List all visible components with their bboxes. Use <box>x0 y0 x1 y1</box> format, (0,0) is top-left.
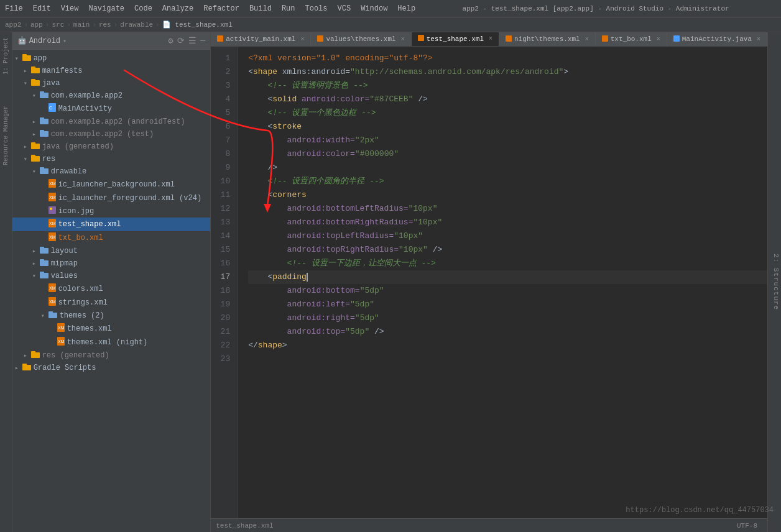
dropdown-icon[interactable]: ▾ <box>63 37 67 45</box>
tree-item[interactable]: ▾drawable <box>12 165 211 178</box>
tab-file-icon <box>317 35 323 44</box>
tree-file-icon <box>40 91 49 101</box>
tree-item[interactable]: ▾themes (2) <box>12 310 211 322</box>
tree-item[interactable]: ▸manifests <box>12 65 211 77</box>
gear-icon[interactable]: ⚙ <box>168 35 173 46</box>
breadcrumb-item-4[interactable]: res <box>99 21 111 29</box>
tab-activity-main-xml[interactable]: activity_main.xml× <box>211 32 311 46</box>
tab-mainactivity-java[interactable]: MainActivity.java× <box>667 32 767 46</box>
line-number: 16 <box>211 257 234 270</box>
sync-icon[interactable]: ⟳ <box>177 35 185 46</box>
tab-close-button[interactable]: × <box>401 36 405 43</box>
tab-label: night\themes.xml <box>514 35 580 43</box>
code-token: < <box>248 120 272 134</box>
tree-item[interactable]: XMLthemes.xml <box>12 322 211 336</box>
tab-txt-bo-xml[interactable]: txt_bo.xml× <box>596 32 667 46</box>
line-number: 10 <box>211 175 234 188</box>
tree-item[interactable]: ▸layout <box>12 245 211 257</box>
svg-point-25 <box>50 208 52 210</box>
tree-item[interactable]: XMLic_launcher_background.xml <box>12 178 211 191</box>
tree-file-icon <box>22 363 31 373</box>
tree-item[interactable]: ▸mipmap <box>12 257 211 270</box>
tree-item[interactable]: ▾values <box>12 270 211 282</box>
svg-text:XML: XML <box>49 221 56 226</box>
tree-item[interactable]: ▸Gradle Scripts <box>12 362 211 374</box>
line-number: 14 <box>211 229 234 243</box>
tab-close-button[interactable]: × <box>489 35 492 42</box>
tab-close-button[interactable]: × <box>757 36 760 43</box>
tree-item[interactable]: ▸java (generated) <box>12 140 211 153</box>
tree-item[interactable]: XMLstrings.xml <box>12 296 211 310</box>
svg-rect-1 <box>22 54 27 57</box>
tree-item[interactable]: XMLtxt_bo.xml <box>12 231 211 245</box>
code-token: android:topLeftRadius= <box>248 229 394 243</box>
tab-night-themes-xml[interactable]: night\themes.xml× <box>499 32 596 46</box>
tree-item-label: res (generated) <box>42 351 109 360</box>
menu-analyze[interactable]: Analyze <box>162 4 193 13</box>
tree-item[interactable]: ▸com.example.app2 (androidTest) <box>12 116 211 128</box>
line-number: 15 <box>211 243 234 257</box>
menu-file[interactable]: File <box>5 4 23 13</box>
tab-file-icon <box>418 35 424 43</box>
code-area[interactable]: <?xml version="1.0" encoding="utf-8"?><s… <box>238 47 767 518</box>
breadcrumb-item-0[interactable]: app2 <box>5 21 21 29</box>
svg-rect-51 <box>317 35 323 42</box>
menu-build[interactable]: Build <box>249 4 272 13</box>
code-token: android:topRightRadius= <box>248 243 399 257</box>
svg-rect-55 <box>673 35 680 42</box>
breadcrumb-item-1[interactable]: app <box>30 21 43 29</box>
tree-item[interactable]: XMLthemes.xml (night) <box>12 336 211 349</box>
line-number: 23 <box>211 352 234 366</box>
breadcrumb-item-5[interactable]: drawable <box>120 21 153 29</box>
structure-label-1[interactable]: 2: Structure <box>772 254 780 310</box>
menu-vcs[interactable]: VCS <box>338 4 351 13</box>
svg-rect-49 <box>22 364 27 366</box>
tree-item[interactable]: ▾com.example.app2 <box>12 89 211 102</box>
line-number: 12 <box>211 202 234 216</box>
minimize-icon[interactable]: — <box>200 35 205 46</box>
menu-view[interactable]: View <box>61 4 79 13</box>
project-tab-vertical[interactable]: 1: Project <box>1 35 11 77</box>
code-token: "#87CEEB" <box>369 93 413 106</box>
breadcrumb-item-2[interactable]: src <box>52 21 64 29</box>
code-token: "10px" <box>394 229 423 243</box>
tree-item[interactable]: ▾java <box>12 77 211 89</box>
tree-arrow-icon: ▾ <box>24 80 31 87</box>
tab-close-button[interactable]: × <box>300 36 304 43</box>
menu-window[interactable]: Window <box>361 4 387 13</box>
tree-item[interactable]: icon.jpg <box>12 205 211 218</box>
svg-rect-24 <box>49 206 56 214</box>
editor-area[interactable]: 1234567891011121314151617181920212223 <?… <box>211 47 767 518</box>
tree-item[interactable]: ▾app <box>12 52 211 65</box>
menu-bar[interactable]: FileEditViewNavigateCodeAnalyzeRefactorB… <box>5 4 415 13</box>
code-line: <!-- 设置一下边距，让空间大一点 --> <box>248 257 767 270</box>
svg-text:XML: XML <box>49 195 56 200</box>
menu-refactor[interactable]: Refactor <box>203 4 239 13</box>
svg-rect-31 <box>40 247 44 249</box>
tab-test-shape-xml[interactable]: test_shape.xml× <box>412 32 499 47</box>
panel-actions: ⚙ ⟳ ☰ — <box>168 35 205 46</box>
menu-tools[interactable]: Tools <box>305 4 328 13</box>
tab-values-themes-xml[interactable]: values\themes.xml× <box>311 32 411 46</box>
tree-item[interactable]: XMLcolors.xml <box>12 282 211 296</box>
tree-arrow-icon: ▸ <box>32 260 40 267</box>
settings-icon[interactable]: ☰ <box>188 35 196 46</box>
tree-item[interactable]: ▾res <box>12 153 211 165</box>
resource-manager-tab[interactable]: Resource Manager <box>1 103 11 168</box>
title-bar: FileEditViewNavigateCodeAnalyzeRefactorB… <box>0 0 781 17</box>
tab-close-button[interactable]: × <box>657 36 660 43</box>
tree-item[interactable]: CMainActivity <box>12 102 211 116</box>
menu-code[interactable]: Code <box>134 4 152 13</box>
breadcrumb-item-3[interactable]: main <box>73 21 90 29</box>
menu-navigate[interactable]: Navigate <box>88 4 124 13</box>
menu-edit[interactable]: Edit <box>33 4 51 13</box>
tab-close-button[interactable]: × <box>585 36 589 43</box>
tree-item[interactable]: XMLtest_shape.xml <box>12 218 211 231</box>
tree-item[interactable]: XMLic_launcher_foreground.xml (v24) <box>12 191 211 205</box>
menu-run[interactable]: Run <box>282 4 295 13</box>
menu-help[interactable]: Help <box>397 4 415 13</box>
tree-item[interactable]: ▸com.example.app2 (test) <box>12 128 211 140</box>
tree-item[interactable]: ▸res (generated) <box>12 349 211 362</box>
svg-rect-35 <box>40 272 44 274</box>
tree-item-label: res <box>42 155 56 163</box>
